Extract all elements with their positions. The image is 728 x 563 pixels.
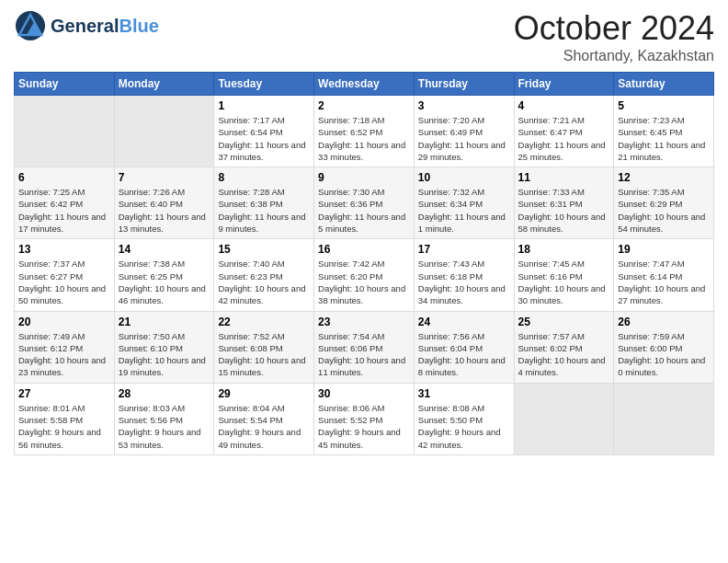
calendar-cell: 31Sunrise: 8:08 AMSunset: 5:50 PMDayligh… [414,383,514,454]
calendar-cell: 3Sunrise: 7:20 AMSunset: 6:49 PMDaylight… [414,96,514,167]
day-number: 13 [18,243,110,256]
day-info: Sunrise: 7:21 AMSunset: 6:47 PMDaylight:… [518,114,610,163]
week-row-2: 6Sunrise: 7:25 AMSunset: 6:42 PMDaylight… [15,167,714,239]
day-info: Sunrise: 7:57 AMSunset: 6:02 PMDaylight:… [518,330,610,379]
day-info: Sunrise: 7:50 AMSunset: 6:10 PMDaylight:… [119,330,210,379]
day-info: Sunrise: 7:52 AMSunset: 6:08 PMDaylight:… [218,330,310,379]
day-info: Sunrise: 8:08 AMSunset: 5:50 PMDaylight:… [418,402,510,451]
day-info: Sunrise: 7:20 AMSunset: 6:49 PMDaylight:… [418,114,510,163]
calendar-cell: 8Sunrise: 7:28 AMSunset: 6:38 PMDaylight… [214,167,314,239]
col-header-wednesday: Wednesday [314,73,415,96]
calendar-cell: 9Sunrise: 7:30 AMSunset: 6:36 PMDaylight… [314,167,415,239]
day-info: Sunrise: 8:01 AMSunset: 5:58 PMDaylight:… [18,402,110,451]
day-number: 4 [518,99,610,112]
calendar-cell: 23Sunrise: 7:54 AMSunset: 6:06 PMDayligh… [314,311,415,383]
col-header-saturday: Saturday [614,73,714,96]
calendar-cell: 29Sunrise: 8:04 AMSunset: 5:54 PMDayligh… [214,383,314,454]
day-info: Sunrise: 7:30 AMSunset: 6:36 PMDaylight:… [318,186,410,235]
calendar-cell [15,96,115,167]
day-info: Sunrise: 7:32 AMSunset: 6:34 PMDaylight:… [418,186,510,235]
day-number: 20 [18,316,110,328]
day-info: Sunrise: 7:37 AMSunset: 6:27 PMDaylight:… [18,258,110,306]
day-number: 31 [418,387,510,400]
col-header-tuesday: Tuesday [214,73,314,96]
calendar-cell [614,383,714,454]
calendar-cell: 10Sunrise: 7:32 AMSunset: 6:34 PMDayligh… [414,167,514,239]
calendar-cell: 17Sunrise: 7:43 AMSunset: 6:18 PMDayligh… [414,239,514,311]
col-header-sunday: Sunday [15,73,115,96]
day-info: Sunrise: 7:54 AMSunset: 6:06 PMDaylight:… [318,330,410,379]
calendar-cell: 6Sunrise: 7:25 AMSunset: 6:42 PMDaylight… [15,167,115,239]
day-info: Sunrise: 7:25 AMSunset: 6:42 PMDaylight:… [18,186,110,235]
day-number: 12 [618,171,710,184]
day-number: 1 [218,99,310,112]
col-header-thursday: Thursday [414,73,514,96]
day-number: 15 [218,243,310,256]
calendar-cell: 20Sunrise: 7:49 AMSunset: 6:12 PMDayligh… [15,311,115,383]
day-info: Sunrise: 7:56 AMSunset: 6:04 PMDaylight:… [418,330,510,379]
day-number: 30 [318,387,410,400]
day-info: Sunrise: 7:40 AMSunset: 6:23 PMDaylight:… [218,258,310,306]
day-number: 29 [218,387,310,400]
week-row-1: 1Sunrise: 7:17 AMSunset: 6:54 PMDaylight… [15,96,714,167]
day-info: Sunrise: 7:59 AMSunset: 6:00 PMDaylight:… [618,330,710,379]
day-info: Sunrise: 7:17 AMSunset: 6:54 PMDaylight:… [218,114,310,163]
week-row-3: 13Sunrise: 7:37 AMSunset: 6:27 PMDayligh… [15,239,714,311]
calendar-cell: 7Sunrise: 7:26 AMSunset: 6:40 PMDaylight… [114,167,214,239]
day-number: 3 [418,99,510,112]
calendar-cell [514,383,614,454]
day-info: Sunrise: 7:38 AMSunset: 6:25 PMDaylight:… [119,258,210,306]
day-number: 21 [119,316,210,328]
calendar-cell: 16Sunrise: 7:42 AMSunset: 6:20 PMDayligh… [314,239,415,311]
calendar-cell: 19Sunrise: 7:47 AMSunset: 6:14 PMDayligh… [614,239,714,311]
day-number: 11 [518,171,610,184]
calendar-cell: 22Sunrise: 7:52 AMSunset: 6:08 PMDayligh… [214,311,314,383]
day-info: Sunrise: 7:33 AMSunset: 6:31 PMDaylight:… [518,186,610,235]
day-info: Sunrise: 8:03 AMSunset: 5:56 PMDaylight:… [119,402,210,451]
day-info: Sunrise: 7:42 AMSunset: 6:20 PMDaylight:… [318,258,410,306]
calendar-cell: 4Sunrise: 7:21 AMSunset: 6:47 PMDaylight… [514,96,614,167]
day-number: 26 [618,316,710,328]
calendar-cell: 13Sunrise: 7:37 AMSunset: 6:27 PMDayligh… [15,239,115,311]
calendar-cell: 5Sunrise: 7:23 AMSunset: 6:45 PMDaylight… [614,96,714,167]
day-number: 24 [418,316,510,328]
calendar-cell: 26Sunrise: 7:59 AMSunset: 6:00 PMDayligh… [614,311,714,383]
calendar-cell: 27Sunrise: 8:01 AMSunset: 5:58 PMDayligh… [15,383,115,454]
month-title: October 2024 [514,9,714,48]
week-row-4: 20Sunrise: 7:49 AMSunset: 6:12 PMDayligh… [15,311,714,383]
day-info: Sunrise: 7:49 AMSunset: 6:12 PMDaylight:… [18,330,110,379]
day-info: Sunrise: 7:43 AMSunset: 6:18 PMDaylight:… [418,258,510,306]
day-number: 28 [119,387,210,400]
calendar-cell: 18Sunrise: 7:45 AMSunset: 6:16 PMDayligh… [514,239,614,311]
day-info: Sunrise: 7:28 AMSunset: 6:38 PMDaylight:… [218,186,310,235]
location-title: Shortandy, Kazakhstan [514,48,714,64]
day-info: Sunrise: 7:47 AMSunset: 6:14 PMDaylight:… [618,258,710,306]
day-info: Sunrise: 8:06 AMSunset: 5:52 PMDaylight:… [318,402,410,451]
day-number: 10 [418,171,510,184]
general-blue-logo-icon [14,9,47,42]
day-number: 8 [218,171,310,184]
calendar-cell: 15Sunrise: 7:40 AMSunset: 6:23 PMDayligh… [214,239,314,311]
col-header-monday: Monday [114,73,214,96]
col-header-friday: Friday [514,73,614,96]
day-number: 22 [218,316,310,328]
day-number: 17 [418,243,510,256]
day-number: 18 [518,243,610,256]
day-number: 7 [119,171,210,184]
calendar-table: SundayMondayTuesdayWednesdayThursdayFrid… [14,72,714,455]
day-number: 23 [318,316,410,328]
day-info: Sunrise: 7:26 AMSunset: 6:40 PMDaylight:… [119,186,210,235]
day-number: 16 [318,243,410,256]
logo-text: GeneralBlue [51,16,159,36]
week-row-5: 27Sunrise: 8:01 AMSunset: 5:58 PMDayligh… [15,383,714,454]
calendar-cell [114,96,214,167]
day-number: 14 [119,243,210,256]
calendar-cell: 24Sunrise: 7:56 AMSunset: 6:04 PMDayligh… [414,311,514,383]
day-info: Sunrise: 7:35 AMSunset: 6:29 PMDaylight:… [618,186,710,235]
day-number: 25 [518,316,610,328]
calendar-cell: 25Sunrise: 7:57 AMSunset: 6:02 PMDayligh… [514,311,614,383]
calendar-cell: 2Sunrise: 7:18 AMSunset: 6:52 PMDaylight… [314,96,415,167]
calendar-cell: 12Sunrise: 7:35 AMSunset: 6:29 PMDayligh… [614,167,714,239]
calendar-cell: 1Sunrise: 7:17 AMSunset: 6:54 PMDaylight… [214,96,314,167]
day-number: 27 [18,387,110,400]
